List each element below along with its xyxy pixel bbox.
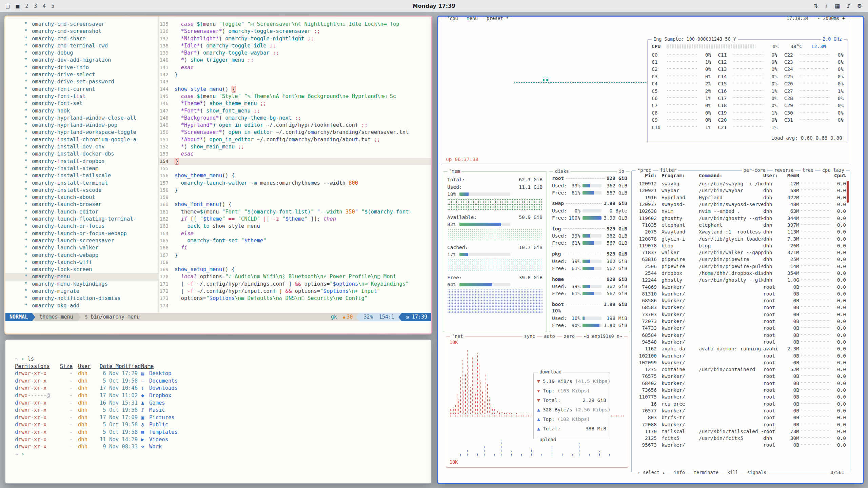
process-row[interactable]: 73656kworker/root0B0.0 <box>632 387 850 393</box>
file-item[interactable]: *omarchy-lock-screen <box>5 266 158 273</box>
io-mode-toggle[interactable]: io <box>617 168 626 174</box>
cpu-panel-menu[interactable]: ¹cpumenupreset * <box>445 17 510 21</box>
file-item[interactable]: *omarchy-font-list <box>5 93 158 100</box>
process-row[interactable]: 76577kworker/root0B0.0 <box>632 407 850 414</box>
cpu-chip-1[interactable]: menu <box>465 17 480 21</box>
process-row[interactable]: 803btrfs-trroot0B0.0 <box>632 414 850 421</box>
file-item[interactable]: *omarchy-cmd-terminal-cwd <box>5 42 158 49</box>
file-item[interactable]: *omarchy-pkg-add <box>5 302 158 309</box>
proc-footer-0[interactable]: ↑ select ↓ <box>636 470 667 475</box>
process-row[interactable]: 120921waybar/usr/bin/waybardhh68M0.0 <box>632 187 850 194</box>
net-chip-1[interactable]: auto <box>542 333 557 339</box>
shell-prompt[interactable]: ~ › <box>15 451 431 458</box>
process-row[interactable]: 68583kworker/root0B0.0 <box>632 304 850 311</box>
file-item[interactable]: *omarchy-cmd-share <box>5 35 158 42</box>
proc-footer-1[interactable]: info <box>672 470 687 475</box>
file-item[interactable]: *omarchy-font-set <box>5 100 158 107</box>
file-item[interactable]: *omarchy-launch-or-focus <box>5 223 158 230</box>
file-item[interactable]: *omarchy-menu <box>5 273 158 280</box>
file-item[interactable]: *omarchy-hook <box>5 107 158 115</box>
process-row[interactable]: 102638nvimnvim --embed .dhh63M0.0 <box>632 208 850 215</box>
process-scrollbar-thumb[interactable] <box>847 181 849 203</box>
process-row[interactable]: 72073kworker/root0B0.0 <box>632 318 850 325</box>
process-row[interactable]: 2544dropbox/home/dhh/.dropbox-distdhh354… <box>632 270 850 277</box>
proc-footer-2[interactable]: terminate <box>692 470 720 475</box>
command-line[interactable] <box>5 321 431 333</box>
file-item[interactable]: *omarchy-hyprland-window-close-all <box>5 115 158 122</box>
file-item[interactable]: *omarchy-install-terminal <box>5 180 158 187</box>
file-item[interactable]: *omarchy-install-docker-dbs <box>5 150 158 158</box>
file-item[interactable]: *omarchy-launch-or-focus-webapp <box>5 230 158 237</box>
process-row[interactable]: 2125fcitx5/usr/bin/fcitx5dhh30M0.0 <box>632 435 850 442</box>
net-chip-3[interactable]: ←b enp191s0 n→ <box>582 333 624 339</box>
system-monitor-window[interactable]: ¹cpumenupreset * 17:39:34 - 2000ms + Eng… <box>437 16 864 484</box>
process-row[interactable]: 74869kworker/root0B0.0 <box>632 283 850 290</box>
file-item[interactable]: *omarchy-hyprland-workspace-toggle <box>5 129 158 136</box>
file-item[interactable]: *omarchy-menu-keybindings <box>5 281 158 288</box>
process-panel-menu[interactable]: ⁴procfilter <box>636 167 678 173</box>
terminal-window[interactable]: ~ › lsPermissionsSizeUserDate ModifiedNa… <box>4 339 432 484</box>
disks-panel-title[interactable]: disks <box>553 168 571 174</box>
file-item[interactable]: *omarchy-font-current <box>5 86 158 93</box>
file-item[interactable]: *omarchy-launch-floating-terminal- <box>5 216 158 223</box>
refresh-interval-control[interactable]: - 2000ms + <box>816 17 847 21</box>
git-branch[interactable]: themes-menu <box>35 313 77 321</box>
file-item[interactable]: *omarchy-drive-select <box>5 71 158 78</box>
proc-footer-3[interactable]: kill <box>726 470 740 475</box>
proc-option-1[interactable]: reverse <box>773 167 795 173</box>
proc-chip-1[interactable]: filter <box>658 167 678 173</box>
process-row[interactable]: 1170tailscal/usr/sbin/tailscaled --root7… <box>632 428 850 435</box>
network-panel-title[interactable]: ³net <box>450 333 465 339</box>
proc-option-2[interactable]: tree <box>801 167 815 173</box>
process-row[interactable]: 1916HyprlandHyprlanddhh422M0.0 <box>632 194 850 201</box>
file-list[interactable]: *omarchy-cmd-screensaver*omarchy-cmd-scr… <box>5 17 159 313</box>
file-item[interactable]: *omarchy-install-dropbox <box>5 158 158 165</box>
process-table[interactable]: 120912swaybg/usr/bin/swaybg -i /homdhh12… <box>632 180 850 449</box>
file-item[interactable]: *omarchy-hyprland-window-pop <box>5 122 158 129</box>
process-panel-options[interactable]: per-corereversetreecpu lazy <box>742 167 846 173</box>
file-item[interactable]: *omarchy-install-chromium-google-a <box>5 136 158 143</box>
process-row[interactable]: 16rcu_preeroot0B0.0 <box>632 401 850 407</box>
file-item[interactable]: *omarchy-drive-set-password <box>5 78 158 85</box>
process-row[interactable]: 95673kworker/root0B0.0 <box>632 442 850 448</box>
proc-chip-0[interactable]: ⁴proc <box>636 167 653 173</box>
memory-panel-title[interactable]: ²mem <box>447 168 462 174</box>
process-row[interactable]: 76575kworker/root0B0.0 <box>632 373 850 380</box>
file-item[interactable]: *omarchy-install-vscode <box>5 187 158 194</box>
file-item[interactable]: *omarchy-drive-info <box>5 64 158 71</box>
process-row[interactable]: 102099kworker/root0B0.0 <box>632 359 850 366</box>
process-row[interactable]: 68402kworker/root0B0.0 <box>632 380 850 387</box>
file-item[interactable]: *omarchy-migrate <box>5 288 158 295</box>
file-item[interactable]: *omarchy-launch-wifi <box>5 259 158 266</box>
net-chip-0[interactable]: sync <box>522 333 537 339</box>
process-row[interactable]: 110775kworker/root0B0.0 <box>632 393 850 400</box>
process-row[interactable]: 119078btopbtopdhh26M0.0 <box>632 242 850 249</box>
process-row[interactable]: 68584kworker/root0B0.0 <box>632 332 850 339</box>
process-row[interactable]: 2075XwaylandXwayland :1 -rootless -dhh11… <box>632 228 850 235</box>
process-row[interactable]: 102100kworker/root0B0.0 <box>632 352 850 359</box>
cpu-chip-2[interactable]: preset * <box>485 17 510 21</box>
terminal-output[interactable]: ~ › lsPermissionsSizeUserDate ModifiedNa… <box>5 340 431 483</box>
cpu-panel-controls[interactable]: 17:39:34 - 2000ms + <box>785 17 847 21</box>
net-chip-2[interactable]: zero <box>562 333 577 339</box>
editor-window[interactable]: *omarchy-cmd-screensaver*omarchy-cmd-scr… <box>4 16 432 334</box>
process-row[interactable]: 2506pipewire/usr/bin/pipewire-pulsedhh14… <box>632 263 850 270</box>
network-panel-controls[interactable]: syncautozero←b enp191s0 n→ <box>522 333 624 339</box>
process-row[interactable]: 1162avahi-daavahi-daemon: running [avahi… <box>632 345 850 352</box>
file-item[interactable]: *omarchy-install-steam <box>5 165 158 172</box>
process-row[interactable]: 120878glycin-i/usr/lib/glycin-loadersdhh… <box>632 235 850 242</box>
file-item[interactable]: *omarchy-launch-walker <box>5 244 158 251</box>
process-row[interactable]: 68586kworker/root0B0.0 <box>632 297 850 304</box>
process-row[interactable]: 73703kworker/root0B0.0 <box>632 311 850 318</box>
proc-option-0[interactable]: per-core <box>742 167 767 173</box>
process-row[interactable]: 63816pipewire/usr/bin/pipewiredhh25M0.0 <box>632 256 850 263</box>
process-panel-footer[interactable]: ↑ select ↓infoterminatekillsignals <box>636 470 768 475</box>
proc-footer-4[interactable]: signals <box>745 470 768 475</box>
cpu-chip-0[interactable]: ¹cpu <box>445 17 460 21</box>
file-item[interactable]: *omarchy-launch-editor <box>5 208 158 216</box>
file-item[interactable]: *omarchy-cmd-screensaver <box>5 21 158 28</box>
file-item[interactable]: *omarchy-install-dev-env <box>5 143 158 150</box>
file-item[interactable]: *omarchy-launch-screensaver <box>5 237 158 244</box>
process-row[interactable]: 71835elephantelephantdhh397M0.0 <box>632 222 850 228</box>
process-row[interactable]: 71837walker/usr/bin/walker --gappldhh371… <box>632 249 850 256</box>
